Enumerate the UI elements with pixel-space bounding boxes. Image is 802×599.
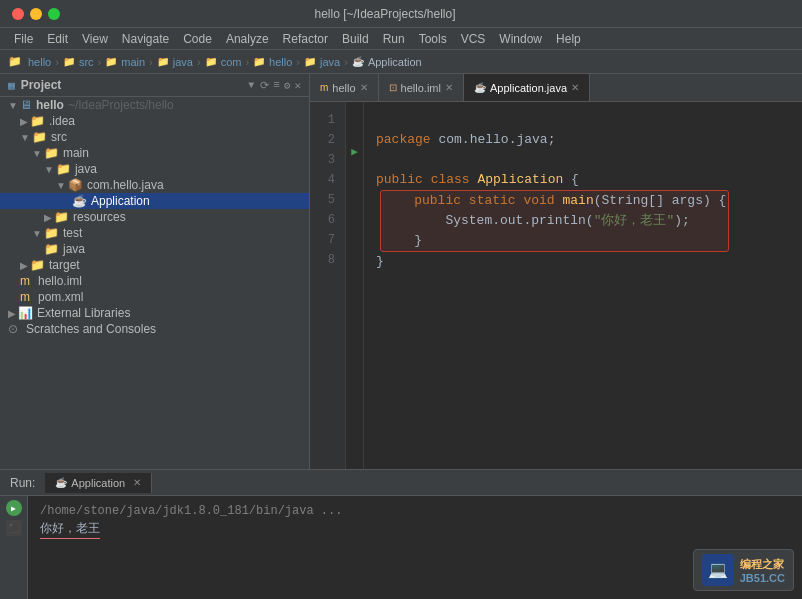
minimize-button[interactable] xyxy=(30,8,42,20)
menu-help[interactable]: Help xyxy=(550,30,587,48)
close-tab-application[interactable]: ✕ xyxy=(571,82,579,93)
tree-arrow-root: ▼ xyxy=(8,100,18,111)
folder-icon-java: 📁 xyxy=(56,162,71,176)
scratches-icon: ⊙ xyxy=(8,322,18,336)
tab-hello[interactable]: m hello ✕ xyxy=(310,74,379,101)
crumb-java2[interactable]: java xyxy=(320,56,340,68)
tree-arrow-main: ▼ xyxy=(32,148,42,159)
tab-application-java[interactable]: ☕ Application.java ✕ xyxy=(464,74,590,101)
sidebar-toolbar: ⟳ ≡ ⚙ ✕ xyxy=(260,79,301,92)
maximize-button[interactable] xyxy=(48,8,60,20)
xml-icon: m xyxy=(20,290,30,304)
crumb-hello2[interactable]: hello xyxy=(269,56,292,68)
menu-vcs[interactable]: VCS xyxy=(455,30,492,48)
package-icon: 📦 xyxy=(68,178,83,192)
tree-pom[interactable]: m pom.xml xyxy=(0,289,309,305)
close-run-tab[interactable]: ✕ xyxy=(133,477,141,488)
sidebar-header: ▦ Project ▼ ⟳ ≡ ⚙ ✕ xyxy=(0,74,309,97)
editor-area: m hello ✕ ⊡ hello.iml ✕ ☕ Application.ja… xyxy=(310,74,802,469)
collapse-icon[interactable]: ≡ xyxy=(273,79,280,92)
run-gutter: ▶ xyxy=(346,102,364,469)
code-content[interactable]: package com.hello.java; public class App… xyxy=(364,102,802,469)
run-tab-application[interactable]: ☕ Application ✕ xyxy=(45,473,152,493)
tree-src[interactable]: ▼ 📁 src xyxy=(0,129,309,145)
window-controls[interactable] xyxy=(12,8,60,20)
folder-icon-target: 📁 xyxy=(30,258,45,272)
tree-arrow-target: ▶ xyxy=(20,260,28,271)
bottom-content: ▶ ⬛ /home/stone/java/jdk1.8.0_181/bin/ja… xyxy=(0,496,802,599)
menu-window[interactable]: Window xyxy=(493,30,548,48)
sidebar-title: Project xyxy=(21,78,243,92)
folder-icon-root: 🖥 xyxy=(20,98,32,112)
menu-code[interactable]: Code xyxy=(177,30,218,48)
close-panel-icon[interactable]: ✕ xyxy=(294,79,301,92)
line-numbers: 1 2 3 4 5 6 7 8 xyxy=(310,102,346,469)
close-tab-iml[interactable]: ✕ xyxy=(445,82,453,93)
bottom-tabs: Run: ☕ Application ✕ xyxy=(0,470,802,496)
tree-ext-libs[interactable]: ▶ 📊 External Libraries xyxy=(0,305,309,321)
bottom-panel: Run: ☕ Application ✕ ▶ ⬛ /home/stone/jav… xyxy=(0,469,802,599)
sync-icon[interactable]: ⟳ xyxy=(260,79,269,92)
tree-resources[interactable]: ▶ 📁 resources xyxy=(0,209,309,225)
menubar: File Edit View Navigate Code Analyze Ref… xyxy=(0,28,802,50)
tree-test-java[interactable]: 📁 java xyxy=(0,241,309,257)
run-result: 你好，老王 xyxy=(40,520,790,539)
sidebar-dropdown-icon[interactable]: ▼ xyxy=(248,80,254,91)
crumb-application[interactable]: Application xyxy=(368,56,422,68)
window-title: hello [~/IdeaProjects/hello] xyxy=(314,7,455,21)
settings-icon[interactable]: ⚙ xyxy=(284,79,291,92)
watermark-line2: JB51.CC xyxy=(740,572,785,584)
tree-java[interactable]: ▼ 📁 java xyxy=(0,161,309,177)
watermark-icon: 💻 xyxy=(702,554,734,586)
tree-hello-iml[interactable]: m hello.iml xyxy=(0,273,309,289)
titlebar: hello [~/IdeaProjects/hello] xyxy=(0,0,802,28)
menu-analyze[interactable]: Analyze xyxy=(220,30,275,48)
menu-build[interactable]: Build xyxy=(336,30,375,48)
folder-icon-src: 📁 xyxy=(32,130,47,144)
run-output: /home/stone/java/jdk1.8.0_181/bin/java .… xyxy=(28,496,802,599)
run-controls: ▶ ⬛ xyxy=(0,496,28,599)
run-gutter-arrow[interactable]: ▶ xyxy=(346,142,363,162)
run-tab-label: Application xyxy=(71,477,125,489)
folder-icon-idea: 📁 xyxy=(30,114,45,128)
run-label: Run: xyxy=(0,476,45,490)
project-tree: ▼ 🖥 hello ~/IdeaProjects/hello ▶ 📁 .idea… xyxy=(0,97,309,469)
tree-target[interactable]: ▶ 📁 target xyxy=(0,257,309,273)
menu-refactor[interactable]: Refactor xyxy=(277,30,334,48)
folder-icon-test: 📁 xyxy=(44,226,59,240)
run-command: /home/stone/java/jdk1.8.0_181/bin/java .… xyxy=(40,502,790,520)
tree-root[interactable]: ▼ 🖥 hello ~/IdeaProjects/hello xyxy=(0,97,309,113)
project-icon: ▦ xyxy=(8,79,15,92)
stop-button[interactable]: ⬛ xyxy=(6,520,22,536)
close-tab-hello[interactable]: ✕ xyxy=(360,82,368,93)
tree-main[interactable]: ▼ 📁 main xyxy=(0,145,309,161)
crumb-java[interactable]: java xyxy=(173,56,193,68)
tree-arrow-res: ▶ xyxy=(44,212,52,223)
crumb-src[interactable]: src xyxy=(79,56,94,68)
tree-scratches[interactable]: ⊙ Scratches and Consoles xyxy=(0,321,309,337)
menu-tools[interactable]: Tools xyxy=(413,30,453,48)
menu-run[interactable]: Run xyxy=(377,30,411,48)
tree-idea[interactable]: ▶ 📁 .idea xyxy=(0,113,309,129)
menu-navigate[interactable]: Navigate xyxy=(116,30,175,48)
iml-icon: m xyxy=(20,274,30,288)
menu-view[interactable]: View xyxy=(76,30,114,48)
crumb-main[interactable]: main xyxy=(121,56,145,68)
watermark-line1: 编程之家 xyxy=(740,557,785,572)
tree-arrow-ext: ▶ xyxy=(8,308,16,319)
run-tab-icon: ☕ xyxy=(55,477,67,488)
crumb-com[interactable]: com xyxy=(221,56,242,68)
menu-edit[interactable]: Edit xyxy=(41,30,74,48)
breadcrumb: 📁 hello › 📁 src › 📁 main › 📁 java › 📁 co… xyxy=(0,50,802,74)
tab-hello-iml[interactable]: ⊡ hello.iml ✕ xyxy=(379,74,464,101)
menu-file[interactable]: File xyxy=(8,30,39,48)
tree-package[interactable]: ▼ 📦 com.hello.java xyxy=(0,177,309,193)
tree-application[interactable]: ☕ Application xyxy=(0,193,309,209)
tree-test[interactable]: ▼ 📁 test xyxy=(0,225,309,241)
run-again-button[interactable]: ▶ xyxy=(6,500,22,516)
close-button[interactable] xyxy=(12,8,24,20)
main-area: ▦ Project ▼ ⟳ ≡ ⚙ ✕ ▼ 🖥 hello ~/IdeaProj… xyxy=(0,74,802,469)
project-sidebar: ▦ Project ▼ ⟳ ≡ ⚙ ✕ ▼ 🖥 hello ~/IdeaProj… xyxy=(0,74,310,469)
crumb-hello[interactable]: hello xyxy=(28,56,51,68)
watermark: 💻 编程之家 JB51.CC xyxy=(693,549,794,591)
